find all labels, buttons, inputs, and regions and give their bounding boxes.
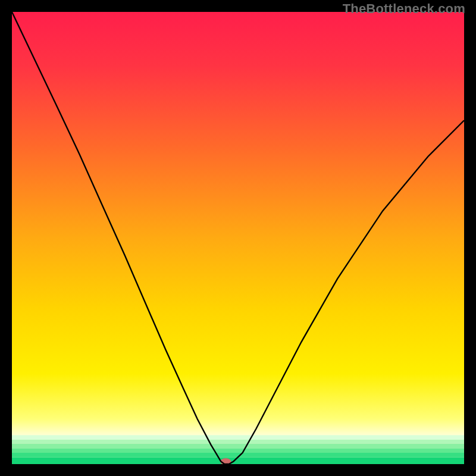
svg-rect-1 bbox=[12, 440, 464, 444]
chart-frame: TheBottleneck.com bbox=[0, 0, 476, 476]
green-band-group bbox=[12, 435, 464, 464]
svg-rect-3 bbox=[12, 448, 464, 453]
watermark: TheBottleneck.com bbox=[343, 1, 465, 17]
svg-rect-5 bbox=[12, 458, 464, 464]
svg-rect-2 bbox=[12, 444, 464, 449]
svg-rect-0 bbox=[12, 435, 464, 440]
bottleneck-chart bbox=[12, 12, 464, 464]
gradient-background bbox=[12, 12, 464, 464]
